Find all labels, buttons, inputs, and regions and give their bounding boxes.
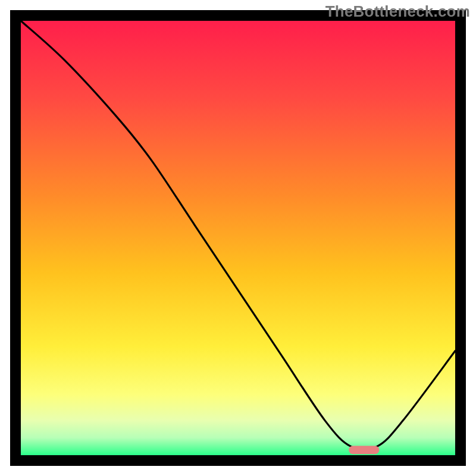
chart-marker — [349, 446, 379, 454]
svg-rect-0 — [21, 21, 455, 455]
chart-background — [21, 21, 455, 455]
svg-rect-2 — [349, 446, 379, 454]
chart-container: TheBottleneck.com — [0, 0, 476, 476]
watermark-text: TheBottleneck.com — [325, 2, 470, 21]
bottleneck-chart — [0, 0, 476, 476]
